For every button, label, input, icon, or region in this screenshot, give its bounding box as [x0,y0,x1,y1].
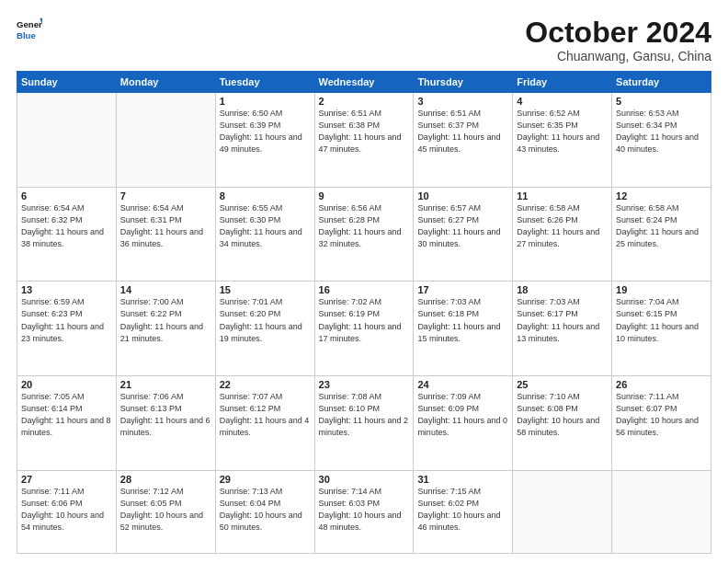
day-number: 18 [517,284,608,295]
week-row-3: 13Sunrise: 6:59 AMSunset: 6:23 PMDayligh… [17,282,711,376]
cell-details: Sunrise: 7:00 AMSunset: 6:22 PMDaylight:… [120,296,211,344]
cell-details: Sunrise: 7:08 AMSunset: 6:10 PMDaylight:… [319,391,410,439]
calendar-cell: 19Sunrise: 7:04 AMSunset: 6:15 PMDayligh… [612,282,711,376]
cell-details: Sunrise: 6:50 AMSunset: 6:39 PMDaylight:… [220,108,311,155]
cell-details: Sunrise: 7:09 AMSunset: 6:09 PMDaylight:… [417,391,508,439]
cell-details: Sunrise: 7:11 AMSunset: 6:06 PMDaylight:… [21,486,112,534]
day-number: 4 [517,96,608,107]
calendar-cell: 10Sunrise: 6:57 AMSunset: 6:27 PMDayligh… [414,187,513,282]
logo-icon: General Blue [17,17,42,42]
svg-text:General: General [17,19,42,29]
cell-details: Sunrise: 7:01 AMSunset: 6:20 PMDaylight:… [220,296,311,344]
col-header-monday: Monday [116,72,215,93]
calendar-cell: 25Sunrise: 7:10 AMSunset: 6:08 PMDayligh… [513,376,612,471]
day-number: 31 [417,474,508,485]
cell-details: Sunrise: 6:58 AMSunset: 6:26 PMDaylight:… [517,202,608,250]
day-number: 21 [120,379,211,390]
day-number: 15 [220,284,311,295]
calendar-cell: 12Sunrise: 6:58 AMSunset: 6:24 PMDayligh… [612,187,711,282]
calendar-cell [116,93,215,188]
day-number: 16 [319,284,410,295]
cell-details: Sunrise: 7:11 AMSunset: 6:07 PMDaylight:… [616,391,707,439]
col-header-sunday: Sunday [17,72,117,93]
day-number: 6 [21,190,112,201]
day-number: 3 [417,96,508,107]
day-number: 9 [319,190,410,201]
title-block: October 2024 Chuanwang, Gansu, China [525,17,711,63]
calendar-cell: 15Sunrise: 7:01 AMSunset: 6:20 PMDayligh… [215,282,314,376]
day-number: 26 [616,379,707,390]
col-header-friday: Friday [513,72,612,93]
cell-details: Sunrise: 7:06 AMSunset: 6:13 PMDaylight:… [120,391,211,439]
week-row-1: 1Sunrise: 6:50 AMSunset: 6:39 PMDaylight… [17,93,711,188]
cell-details: Sunrise: 6:58 AMSunset: 6:24 PMDaylight:… [616,202,707,250]
calendar-cell: 4Sunrise: 6:52 AMSunset: 6:35 PMDaylight… [513,93,612,188]
cell-details: Sunrise: 7:02 AMSunset: 6:19 PMDaylight:… [319,296,410,344]
cell-details: Sunrise: 6:57 AMSunset: 6:27 PMDaylight:… [417,202,508,250]
col-header-wednesday: Wednesday [314,72,414,93]
week-row-4: 20Sunrise: 7:05 AMSunset: 6:14 PMDayligh… [17,376,711,471]
logo: General Blue [17,17,42,42]
cell-details: Sunrise: 6:54 AMSunset: 6:31 PMDaylight:… [120,202,211,250]
cell-details: Sunrise: 7:05 AMSunset: 6:14 PMDaylight:… [21,391,112,439]
cell-details: Sunrise: 6:52 AMSunset: 6:35 PMDaylight:… [517,108,608,155]
cell-details: Sunrise: 6:51 AMSunset: 6:38 PMDaylight:… [319,108,410,155]
day-number: 10 [417,190,508,201]
calendar-cell: 30Sunrise: 7:14 AMSunset: 6:03 PMDayligh… [314,470,414,553]
cell-details: Sunrise: 6:56 AMSunset: 6:28 PMDaylight:… [319,202,410,250]
calendar-cell: 11Sunrise: 6:58 AMSunset: 6:26 PMDayligh… [513,187,612,282]
calendar-cell: 13Sunrise: 6:59 AMSunset: 6:23 PMDayligh… [17,282,117,376]
calendar-cell: 17Sunrise: 7:03 AMSunset: 6:18 PMDayligh… [414,282,513,376]
calendar-cell [612,470,711,553]
calendar-cell: 1Sunrise: 6:50 AMSunset: 6:39 PMDaylight… [215,93,314,188]
subtitle: Chuanwang, Gansu, China [525,49,711,63]
day-number: 12 [616,190,707,201]
calendar-cell: 2Sunrise: 6:51 AMSunset: 6:38 PMDaylight… [314,93,414,188]
calendar-cell: 28Sunrise: 7:12 AMSunset: 6:05 PMDayligh… [116,470,215,553]
col-header-thursday: Thursday [414,72,513,93]
day-number: 24 [417,379,508,390]
day-number: 8 [220,190,311,201]
cell-details: Sunrise: 7:03 AMSunset: 6:18 PMDaylight:… [417,296,508,344]
day-number: 2 [319,96,410,107]
cell-details: Sunrise: 6:54 AMSunset: 6:32 PMDaylight:… [21,202,112,250]
day-number: 25 [517,379,608,390]
day-number: 22 [220,379,311,390]
day-number: 13 [21,284,112,295]
calendar-cell: 22Sunrise: 7:07 AMSunset: 6:12 PMDayligh… [215,376,314,471]
day-number: 11 [517,190,608,201]
cell-details: Sunrise: 7:10 AMSunset: 6:08 PMDaylight:… [517,391,608,439]
day-number: 30 [319,474,410,485]
calendar-cell [513,470,612,553]
day-number: 14 [120,284,211,295]
calendar-header-row: SundayMondayTuesdayWednesdayThursdayFrid… [17,72,711,93]
col-header-saturday: Saturday [612,72,711,93]
calendar-cell: 21Sunrise: 7:06 AMSunset: 6:13 PMDayligh… [116,376,215,471]
calendar-cell: 9Sunrise: 6:56 AMSunset: 6:28 PMDaylight… [314,187,414,282]
day-number: 17 [417,284,508,295]
cell-details: Sunrise: 7:03 AMSunset: 6:17 PMDaylight:… [517,296,608,344]
cell-details: Sunrise: 7:04 AMSunset: 6:15 PMDaylight:… [616,296,707,344]
week-row-2: 6Sunrise: 6:54 AMSunset: 6:32 PMDaylight… [17,187,711,282]
day-number: 19 [616,284,707,295]
calendar-cell: 16Sunrise: 7:02 AMSunset: 6:19 PMDayligh… [314,282,414,376]
calendar-cell: 14Sunrise: 7:00 AMSunset: 6:22 PMDayligh… [116,282,215,376]
header: General Blue October 2024 Chuanwang, Gan… [17,17,711,63]
calendar-cell: 29Sunrise: 7:13 AMSunset: 6:04 PMDayligh… [215,470,314,553]
page: General Blue October 2024 Chuanwang, Gan… [0,0,728,563]
calendar-cell: 3Sunrise: 6:51 AMSunset: 6:37 PMDaylight… [414,93,513,188]
calendar-cell: 20Sunrise: 7:05 AMSunset: 6:14 PMDayligh… [17,376,117,471]
cell-details: Sunrise: 7:15 AMSunset: 6:02 PMDaylight:… [417,486,508,534]
calendar-table: SundayMondayTuesdayWednesdayThursdayFrid… [17,71,711,554]
col-header-tuesday: Tuesday [215,72,314,93]
cell-details: Sunrise: 7:07 AMSunset: 6:12 PMDaylight:… [220,391,311,439]
calendar-cell: 8Sunrise: 6:55 AMSunset: 6:30 PMDaylight… [215,187,314,282]
day-number: 29 [220,474,311,485]
calendar-cell: 31Sunrise: 7:15 AMSunset: 6:02 PMDayligh… [414,470,513,553]
cell-details: Sunrise: 7:13 AMSunset: 6:04 PMDaylight:… [220,486,311,534]
svg-text:Blue: Blue [17,30,36,40]
day-number: 5 [616,96,707,107]
cell-details: Sunrise: 6:51 AMSunset: 6:37 PMDaylight:… [417,108,508,155]
cell-details: Sunrise: 6:55 AMSunset: 6:30 PMDaylight:… [220,202,311,250]
day-number: 27 [21,474,112,485]
